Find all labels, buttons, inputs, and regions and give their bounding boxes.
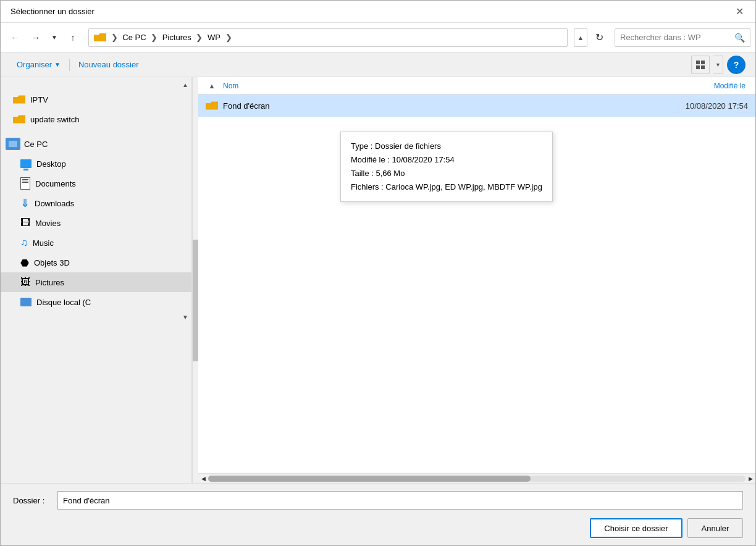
organise-button[interactable]: Organiser ▼ (10, 55, 67, 75)
toolbar: Organiser ▼ Nouveau dossier ▼ ? (1, 52, 755, 77)
breadcrumb-sep1: ❯ (109, 33, 118, 42)
breadcrumb-sep2: ❯ (149, 33, 158, 42)
tooltip-type: Type : Dossier de fichiers (351, 140, 542, 153)
sidebar-scrollbar[interactable] (192, 77, 198, 483)
folder-input[interactable] (57, 491, 743, 510)
tooltip-files: Fichiers : Carioca WP.jpg, ED WP.jpg, MB… (351, 180, 542, 194)
horizontal-scrollbar[interactable]: ◀ ▶ (198, 473, 755, 483)
sidebar-item-partial[interactable]: Disque local (C (1, 292, 191, 312)
hscroll-thumb[interactable] (208, 476, 531, 482)
main-content: ▲ IPTV update switch Ce PC (1, 77, 755, 483)
hscroll-right-button[interactable]: ▶ (746, 474, 755, 484)
dialog-window: Sélectionner un dossier ✕ ← → ▼ ↑ ❯ Ce P… (0, 0, 756, 546)
breadcrumb-part1: Ce PC (120, 33, 146, 42)
navigation-bar: ← → ▼ ↑ ❯ Ce PC ❯ Pictures ❯ WP ❯ ▲ ↻ 🔍 (1, 23, 755, 52)
organise-dropdown-icon: ▼ (54, 61, 61, 68)
update-switch-folder-icon (13, 114, 25, 124)
sidebar-item-pictures-label: Pictures (35, 278, 64, 287)
breadcrumb-sep4: ❯ (223, 33, 232, 42)
sidebar-item-music-label: Music (33, 238, 54, 248)
folder-row: Dossier : (13, 491, 743, 510)
sidebar-item-partial-label: Disque local (C (36, 298, 91, 307)
toolbar-right: ▼ ? (691, 56, 746, 74)
breadcrumb-sep3: ❯ (194, 33, 203, 42)
sidebar-item-update-switch[interactable]: update switch (1, 109, 191, 129)
cancel-button[interactable]: Annuler (687, 518, 743, 538)
sidebar-scroll-down[interactable]: ▼ (180, 312, 190, 322)
sidebar-item-music[interactable]: ♫ Music (1, 233, 191, 253)
file-list-panel: ▲ Nom Modifié le Fond d'écran 10/08/2020… (198, 77, 755, 483)
sidebar-scrollbar-thumb[interactable] (193, 240, 198, 361)
dialog-title: Sélectionner un dossier (10, 7, 94, 16)
tooltip-panel: Type : Dossier de fichiers Modifié le : … (340, 132, 553, 202)
search-bar: 🔍 (615, 28, 750, 47)
new-folder-button[interactable]: Nouveau dossier (72, 55, 145, 75)
close-button[interactable]: ✕ (731, 3, 748, 20)
file-list-header: ▲ Nom Modifié le (198, 77, 755, 94)
sidebar-item-objets3d[interactable]: ⬣ Objets 3D (1, 253, 191, 272)
buttons-row: Choisir ce dossier Annuler (13, 518, 743, 538)
sidebar-item-documents[interactable]: Documents (1, 174, 191, 193)
breadcrumb-part2: Pictures (160, 33, 191, 42)
sidebar: ▲ IPTV update switch Ce PC (1, 77, 192, 483)
breadcrumb-part3: WP (205, 33, 220, 42)
file-list-body: Fond d'écran 10/08/2020 17:54 Type : Dos… (198, 94, 755, 473)
music-icon: ♫ (20, 237, 28, 248)
toolbar-separator (69, 59, 70, 71)
file-row-name: Fond d'écran (223, 101, 632, 111)
sidebar-item-pictures[interactable]: 🖼 Pictures (1, 272, 191, 292)
bottom-bar: Dossier : Choisir ce dossier Annuler (1, 483, 755, 545)
choose-folder-button[interactable]: Choisir ce dossier (590, 518, 682, 538)
file-row-date: 10/08/2020 17:54 (637, 101, 748, 111)
movies-icon: 🎞 (20, 217, 30, 229)
breadcrumb-expand-button[interactable]: ▲ (574, 28, 587, 47)
breadcrumb-bar[interactable]: ❯ Ce PC ❯ Pictures ❯ WP ❯ (88, 28, 568, 47)
section-ce-pc[interactable]: Ce PC (1, 134, 191, 154)
sidebar-scroll-up[interactable]: ▲ (180, 80, 190, 90)
forward-button[interactable]: → (27, 28, 45, 47)
section-ce-pc-label: Ce PC (24, 140, 48, 149)
col-header-name[interactable]: Nom (220, 82, 637, 90)
sidebar-item-objets3d-label: Objets 3D (34, 258, 70, 267)
folder-label: Dossier : (13, 496, 50, 505)
up-button[interactable]: ↑ (64, 28, 82, 47)
help-button[interactable]: ? (727, 56, 746, 74)
file-folder-icon (206, 101, 218, 111)
sidebar-item-movies-label: Movies (35, 219, 61, 228)
desktop-icon (20, 159, 32, 168)
sidebar-item-iptv-label: IPTV (30, 95, 48, 104)
search-input[interactable] (620, 33, 731, 42)
tooltip-size: Taille : 5,66 Mo (351, 167, 542, 180)
refresh-button[interactable]: ↻ (590, 28, 608, 47)
sidebar-item-desktop-label: Desktop (36, 159, 66, 169)
documents-icon (20, 177, 30, 190)
sidebar-item-desktop[interactable]: Desktop (1, 154, 191, 174)
hscroll-track[interactable] (208, 476, 746, 482)
iptv-folder-icon (13, 94, 25, 104)
sidebar-item-documents-label: Documents (35, 179, 76, 188)
table-row[interactable]: Fond d'écran 10/08/2020 17:54 (198, 94, 755, 117)
objets3d-icon: ⬣ (20, 257, 29, 269)
sidebar-item-movies[interactable]: 🎞 Movies (1, 213, 191, 233)
pictures-icon: 🖼 (20, 277, 30, 288)
ce-pc-icon (6, 138, 20, 150)
recent-folders-dropdown[interactable]: ▼ (48, 28, 61, 47)
back-button[interactable]: ← (6, 28, 24, 47)
svg-rect-1 (701, 61, 705, 64)
sidebar-item-downloads-label: Downloads (35, 199, 74, 208)
collapse-arrow[interactable]: ▲ (206, 80, 218, 92)
col-header-date[interactable]: Modifié le (637, 82, 748, 90)
sidebar-item-iptv[interactable]: IPTV (1, 90, 191, 109)
svg-rect-3 (701, 65, 705, 69)
view-dropdown-icon[interactable]: ▼ (713, 56, 723, 74)
new-folder-label: Nouveau dossier (78, 60, 139, 69)
tooltip-modified: Modifié le : 10/08/2020 17:54 (351, 153, 542, 167)
organise-label: Organiser (17, 60, 52, 69)
partial-icon (20, 298, 32, 306)
hscroll-left-button[interactable]: ◀ (198, 474, 208, 484)
view-toggle-button[interactable] (691, 56, 710, 74)
breadcrumb-folder-icon (94, 33, 106, 43)
sidebar-item-update-switch-label: update switch (30, 115, 80, 124)
search-icon[interactable]: 🔍 (734, 33, 745, 43)
sidebar-item-downloads[interactable]: ⇓ Downloads (1, 193, 191, 213)
